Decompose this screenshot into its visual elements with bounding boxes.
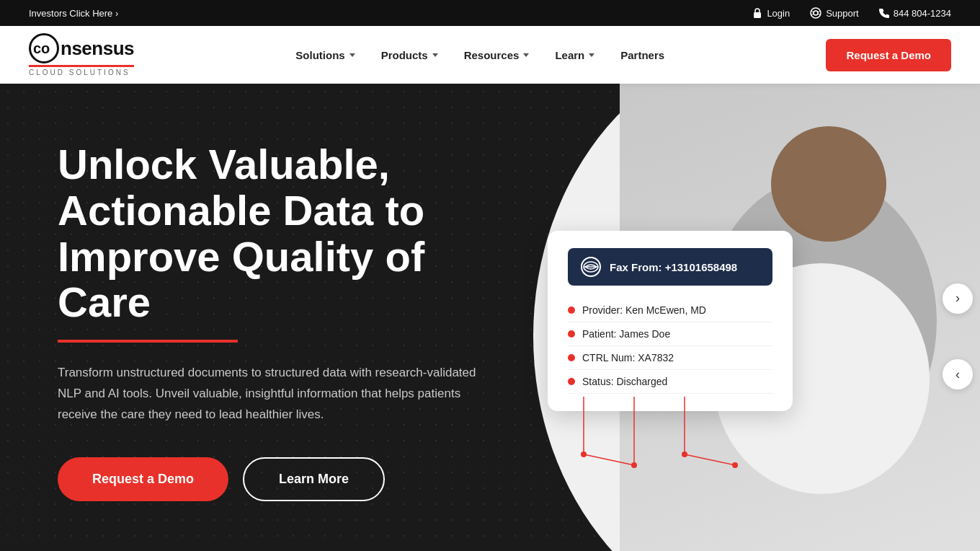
nav-item-products[interactable]: Products xyxy=(381,49,438,61)
svg-point-18 xyxy=(581,451,587,457)
request-demo-hero-button[interactable]: Request a Demo xyxy=(58,457,228,501)
svg-line-4 xyxy=(818,12,821,12)
fax-card-header: Fax From: +13101658498 xyxy=(568,248,772,286)
next-slide-button[interactable]: › xyxy=(943,283,973,314)
investors-link[interactable]: Investors Click Here › xyxy=(29,8,118,19)
svg-point-9 xyxy=(771,126,886,242)
hero-description: Transform unstructured documents to stru… xyxy=(58,363,490,426)
fax-dot-0 xyxy=(568,307,575,314)
nav-item-solutions[interactable]: Solutions xyxy=(295,49,355,61)
chevron-down-icon xyxy=(432,53,438,57)
nav-link-solutions[interactable]: Solutions xyxy=(295,49,355,61)
hero-content: Unlock Valuable, Actionable Data to Impr… xyxy=(0,84,548,551)
svg-rect-0 xyxy=(754,12,761,18)
fax-header-label: Fax From: +13101658498 xyxy=(610,261,737,273)
learn-more-button[interactable]: Learn More xyxy=(243,457,385,501)
logo-brand: nsensus xyxy=(61,38,134,60)
nav-item-resources[interactable]: Resources xyxy=(464,49,530,61)
svg-point-20 xyxy=(682,451,687,457)
hero-divider xyxy=(58,340,238,343)
support-icon xyxy=(810,7,821,19)
fax-row-3: Status: Discharged xyxy=(568,370,772,394)
nav-item-partners[interactable]: Partners xyxy=(620,49,664,61)
svg-point-1 xyxy=(811,8,821,18)
nav-links: Solutions Products Resources Learn P xyxy=(295,49,664,61)
phone-number: 844 804-1234 xyxy=(894,8,951,19)
svg-text:co: co xyxy=(33,40,50,56)
svg-line-5 xyxy=(811,14,814,14)
hero-section: Unlock Valuable, Actionable Data to Impr… xyxy=(0,84,980,551)
investors-link-container[interactable]: Investors Click Here › xyxy=(29,8,118,19)
prev-slide-button[interactable]: ‹ xyxy=(943,359,973,389)
logo-underline xyxy=(29,65,134,67)
svg-line-6 xyxy=(818,14,821,14)
chevron-down-icon xyxy=(349,53,355,57)
hero-buttons: Request a Demo Learn More xyxy=(58,457,504,501)
lock-icon xyxy=(752,7,762,19)
svg-line-3 xyxy=(811,12,814,12)
fax-row-2: CTRL Num: XA7832 xyxy=(568,346,772,370)
phone-icon xyxy=(879,8,889,18)
login-link[interactable]: Login xyxy=(752,7,790,19)
hero-title: Unlock Valuable, Actionable Data to Impr… xyxy=(58,141,504,325)
nav-link-products[interactable]: Products xyxy=(381,49,438,61)
fax-row-0: Provider: Ken McEwen, MD xyxy=(568,299,772,322)
svg-point-2 xyxy=(814,11,818,15)
phone-link[interactable]: 844 804-1234 xyxy=(879,8,951,19)
fax-card: Fax From: +13101658498 Provider: Ken McE… xyxy=(548,231,793,411)
logo[interactable]: co nsensus Cloud Solutions xyxy=(29,33,134,76)
logo-sub: Cloud Solutions xyxy=(29,69,134,76)
fax-row-1: Patient: James Doe xyxy=(568,322,772,346)
svg-line-17 xyxy=(685,454,735,465)
nav-link-partners[interactable]: Partners xyxy=(620,49,664,61)
support-link[interactable]: Support xyxy=(810,7,859,19)
fax-dot-3 xyxy=(568,378,575,385)
top-bar: Investors Click Here › Login Support xyxy=(0,0,980,26)
svg-point-21 xyxy=(732,462,738,468)
fax-logo-icon xyxy=(581,257,601,277)
hero-image-area: Fax From: +13101658498 Provider: Ken McE… xyxy=(533,84,980,551)
chevron-down-icon xyxy=(589,53,594,57)
logo-icon: co xyxy=(29,33,59,63)
svg-line-14 xyxy=(584,454,634,465)
chevron-down-icon xyxy=(523,53,529,57)
nav-link-resources[interactable]: Resources xyxy=(464,49,530,61)
fax-dot-2 xyxy=(568,354,575,361)
navbar: co nsensus Cloud Solutions Solutions Pro… xyxy=(0,26,980,84)
support-label: Support xyxy=(826,8,859,19)
request-demo-nav-button[interactable]: Request a Demo xyxy=(826,39,951,71)
connector-lines xyxy=(562,397,764,469)
nav-link-learn[interactable]: Learn xyxy=(555,49,594,61)
fax-dot-1 xyxy=(568,330,575,338)
nav-item-learn[interactable]: Learn xyxy=(555,49,594,61)
top-bar-right: Login Support 844 804-1234 xyxy=(752,7,951,19)
svg-point-19 xyxy=(631,462,637,468)
login-label: Login xyxy=(767,8,790,19)
